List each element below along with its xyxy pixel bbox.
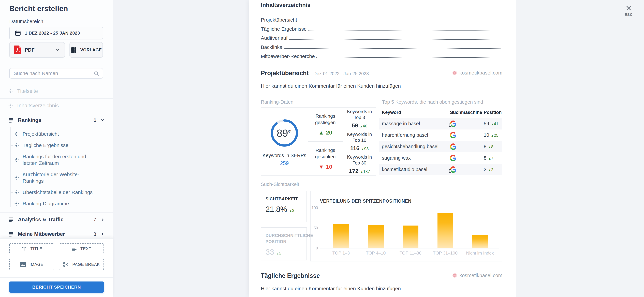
y-axis-tick: 100 — [310, 206, 318, 210]
close-icon — [622, 5, 635, 11]
sidebar-group-meine-mitbewerber[interactable]: Meine Mitbewerber 3 — [0, 227, 113, 238]
format-select[interactable]: PDF — [9, 42, 65, 58]
mobile-phone-icon — [449, 124, 451, 127]
add-title-button[interactable]: TITLE — [9, 243, 54, 254]
daily-results-header: Tägliche Ergebnisse kosmetikbasel.com — [261, 272, 502, 279]
gridline — [320, 248, 499, 248]
x-axis-label: TOP 11–30 — [400, 250, 422, 256]
sidebar-subitem[interactable]: Rankings für den ersten und letzten Zeit… — [0, 151, 113, 169]
mobile-phone-icon — [449, 170, 451, 173]
menu-icon — [8, 118, 14, 123]
google-icon — [450, 132, 484, 138]
bar — [333, 224, 349, 248]
search-engine-cell — [450, 132, 484, 138]
sidebar-footer: TITLE TEXT IMAGE PAGE BREAK BERICHT SPEI… — [0, 238, 113, 297]
top-keywords-cell: Keywords in Top 10 116 ▲93 — [343, 130, 376, 153]
dotted-leader — [284, 48, 502, 49]
sidebar-subitem[interactable]: Projektübersicht — [0, 128, 113, 140]
domain-name: kosmetikbasel.com — [460, 272, 502, 278]
domain-favicon — [452, 273, 457, 278]
search-input[interactable] — [10, 68, 103, 78]
top-positions-bar-chart: VERTEILUNG DER SPITZENPOSITIONEN 100 50 … — [310, 191, 502, 262]
drag-handle-icon[interactable] — [14, 175, 19, 180]
add-image-button[interactable]: IMAGE — [9, 259, 54, 270]
section-title: Projektübersicht — [261, 70, 309, 77]
sidebar-subitem[interactable]: Ranking-Diagramme — [0, 198, 113, 209]
gridline — [320, 208, 499, 208]
google-icon — [450, 144, 484, 150]
sidebar-subitem[interactable]: Tägliche Ergebnisse — [0, 140, 113, 151]
toc-list: Projektübersicht Tägliche Ergebnisse Aud… — [261, 15, 502, 60]
date-range-label: Datumsbereich: — [9, 18, 104, 24]
keyword-cell: gesichtsbehandlung basel — [379, 144, 450, 149]
drag-handle-icon[interactable] — [8, 89, 13, 94]
toc-item: Auditverlauf — [261, 33, 502, 42]
chart-title: VERTEILUNG DER SPITZENPOSITIONEN — [320, 198, 412, 204]
comment-placeholder[interactable]: Hier kannst du einen Kommentar für einen… — [261, 286, 502, 292]
title-icon — [21, 246, 27, 252]
serps-value: 259 — [280, 160, 289, 166]
dotted-leader — [299, 21, 502, 22]
table-header: KeywordSuchmaschinePosition — [379, 107, 502, 118]
date-range-button[interactable]: 1 DEZ 2022 - 25 JAN 2023 — [9, 27, 103, 40]
toc-item: Backlinks — [261, 42, 502, 51]
sidebar-subsection-list: Projektübersicht Tägliche Ergebnisse Ran… — [0, 127, 113, 212]
sidebar-group-rankings[interactable]: Rankings 6 — [0, 113, 113, 127]
report-section-list: Titelseite Inhaltsverzeichnis Rankings 6… — [0, 84, 113, 238]
sidebar-item-inhaltsverzeichnis[interactable]: Inhaltsverzeichnis — [0, 98, 113, 113]
date-range-value: 1 DEZ 2022 - 25 JAN 2023 — [25, 30, 80, 36]
pdf-file-icon — [14, 46, 22, 54]
position-cell: 8 ▲8 — [484, 144, 502, 149]
sidebar-subitem[interactable]: Kurzhistorie der Website-Rankings — [0, 169, 113, 186]
report-preview: Inhaltsverzeichnis Projektübersicht Tägl… — [249, 0, 516, 297]
top-keywords-label: Top 5 Keywords, die nach oben gestiegen … — [382, 99, 483, 105]
table-row: haarentfernung basel 10 ▲25 — [379, 130, 502, 141]
drag-handle-icon[interactable] — [8, 103, 13, 108]
bar — [403, 226, 418, 248]
chevron-down-icon[interactable] — [100, 118, 105, 122]
dotted-leader — [316, 57, 502, 58]
drag-handle-icon[interactable] — [14, 157, 19, 162]
table-row: kosmetikstudio basel 2 ▲2 — [379, 164, 502, 175]
serp-donut-chart: 89% — [270, 118, 300, 148]
menu-icon — [8, 217, 14, 222]
y-axis-tick: 50 — [310, 226, 318, 230]
chevron-right-icon[interactable] — [100, 218, 105, 222]
save-report-button[interactable]: BERICHT SPEICHERN — [9, 282, 104, 292]
add-page-break-button[interactable]: PAGE BREAK — [59, 259, 104, 270]
close-label: ESC — [622, 12, 635, 17]
search-visibility-label: Such-Sichtbarkeit — [261, 182, 502, 187]
sidebar-subitem[interactable]: Übersichtstabelle der Rankings — [0, 186, 113, 198]
comment-placeholder[interactable]: Hier kannst du einen Kommentar für einen… — [261, 83, 502, 89]
close-button[interactable]: ESC — [622, 5, 635, 17]
bar — [438, 213, 453, 248]
project-overview-header: Projektübersicht Dez-01 2022 - Jan-25 20… — [261, 70, 502, 77]
sidebar-item-titelseite[interactable]: Titelseite — [0, 84, 113, 98]
toc-item: Projektübersicht — [261, 15, 502, 24]
x-axis-label: Nicht im Index — [466, 250, 494, 256]
add-text-button[interactable]: TEXT — [59, 243, 104, 254]
table-row: gesichtsbehandlung basel 8 ▲8 — [379, 141, 502, 152]
drag-handle-icon[interactable] — [14, 143, 19, 148]
template-button[interactable]: VORLAGE — [70, 42, 103, 58]
triangle-up-icon: ▲ — [318, 130, 324, 136]
visibility-card: SICHTBARKEIT 21.8% ▲3 — [261, 191, 307, 222]
position-cell: 59 ▲41 — [484, 121, 502, 126]
x-axis-label: TOP 1–3 — [332, 250, 350, 256]
section-date-range: Dez-01 2022 - Jan-25 2023 — [314, 71, 369, 76]
rankings-dropped-cell: Rankings gesunken ▼10 — [308, 142, 343, 176]
sidebar-group-analytics-traffic[interactable]: Analytics & Traffic 7 — [0, 212, 113, 227]
toc-item: Tägliche Ergebnisse — [261, 24, 502, 33]
format-value: PDF — [25, 47, 34, 53]
drag-handle-icon[interactable] — [14, 201, 19, 206]
drag-handle-icon[interactable] — [14, 190, 19, 195]
chevron-right-icon[interactable] — [100, 232, 105, 236]
section-count: 3 — [94, 231, 96, 237]
menu-icon — [8, 232, 14, 237]
drag-handle-icon[interactable] — [14, 132, 19, 136]
top-keywords-table: KeywordSuchmaschinePosition massage in b… — [379, 107, 502, 176]
search-engine-cell — [450, 120, 484, 127]
keyword-cell: kosmetikstudio basel — [379, 167, 450, 172]
x-axis-label: TOP 31–100 — [433, 250, 458, 256]
report-builder-screen: Bericht erstellen Datumsbereich: 1 DEZ 2… — [0, 0, 644, 297]
